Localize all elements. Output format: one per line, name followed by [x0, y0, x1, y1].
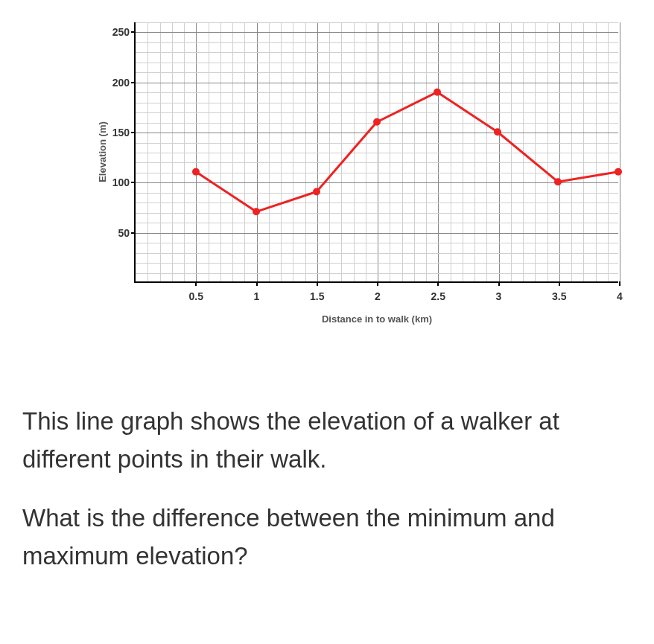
y-tick-mark [131, 31, 136, 33]
x-tick-label: 0.5 [181, 290, 211, 302]
x-tick-label: 1 [242, 290, 272, 302]
y-tick-mark [131, 82, 136, 83]
chart-container: Elevation (m) Distance in to walk (km) 5… [60, 15, 641, 342]
x-tick-mark [619, 281, 620, 286]
x-tick-label: 3 [484, 290, 514, 302]
data-point [313, 188, 320, 196]
data-point [253, 208, 260, 215]
y-tick-label: 200 [106, 77, 130, 89]
data-point [434, 89, 441, 96]
x-tick-label: 2 [363, 290, 393, 302]
y-tick-mark [131, 132, 136, 133]
data-point [615, 168, 622, 176]
x-tick-mark [559, 281, 560, 286]
x-tick-mark [377, 281, 378, 286]
question-paragraph-1: This line graph shows the elevation of a… [22, 402, 632, 478]
y-tick-label: 250 [106, 26, 130, 38]
grid-line-v [620, 22, 620, 281]
question-text: This line graph shows the elevation of a… [22, 402, 632, 576]
y-tick-label: 150 [106, 127, 130, 138]
y-tick-label: 100 [106, 176, 130, 188]
x-tick-mark [256, 281, 258, 286]
data-polyline [196, 92, 618, 212]
data-point [494, 128, 501, 136]
data-point [192, 168, 200, 176]
data-point [373, 118, 381, 126]
x-tick-mark [437, 281, 439, 286]
y-tick-mark [131, 182, 136, 183]
data-line-svg [136, 22, 618, 281]
x-tick-label: 2.5 [423, 290, 453, 302]
x-axis-label: Distance in to walk (km) [322, 313, 432, 325]
question-paragraph-2: What is the difference between the minim… [22, 499, 632, 575]
x-tick-label: 1.5 [302, 290, 332, 302]
x-tick-mark [195, 281, 197, 286]
data-point [554, 178, 562, 185]
x-tick-label: 4 [605, 290, 635, 302]
x-tick-label: 3.5 [545, 290, 574, 302]
plot-area: Elevation (m) Distance in to walk (km) 5… [134, 22, 618, 283]
x-tick-mark [317, 281, 318, 286]
y-tick-mark [131, 232, 136, 234]
x-tick-mark [498, 281, 500, 286]
y-tick-label: 50 [106, 227, 130, 239]
